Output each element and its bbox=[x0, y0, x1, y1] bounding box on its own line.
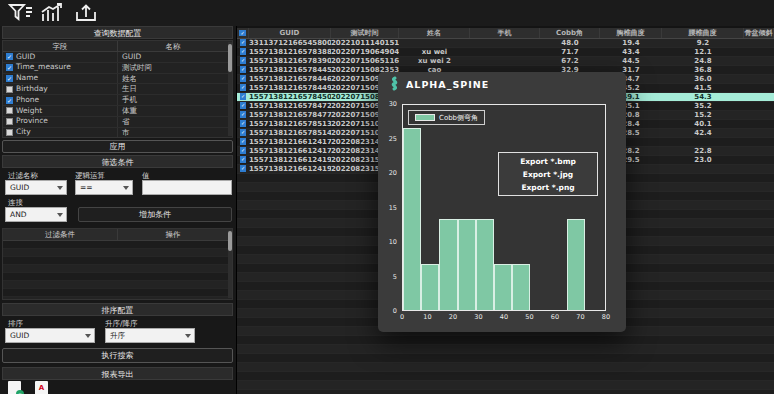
histogram-bar bbox=[439, 219, 457, 310]
guid-cell: 1557138121657845086 bbox=[249, 93, 331, 101]
field-name-label: Weight bbox=[16, 106, 42, 116]
y-tick-label: 25 bbox=[378, 135, 397, 143]
guid-cell: 1557138121661241922 bbox=[249, 156, 331, 164]
checkbox-checked-icon[interactable]: ✓ bbox=[240, 165, 247, 172]
column-header-4[interactable]: 手机 bbox=[470, 28, 540, 38]
checkbox-checked-icon[interactable]: ✓ bbox=[240, 48, 247, 55]
table-empty-row[interactable] bbox=[237, 345, 774, 354]
field-row[interactable]: Birthday生日 bbox=[3, 84, 232, 95]
field-checkbox[interactable] bbox=[6, 118, 13, 125]
x-tick-label: 50 bbox=[522, 313, 538, 321]
field-table-scrollbar[interactable] bbox=[228, 42, 232, 136]
checkbox-checked-icon[interactable]: ✓ bbox=[240, 93, 247, 100]
field-cell: ✓Time_measure bbox=[3, 63, 118, 73]
checkbox-checked-icon[interactable]: ✓ bbox=[240, 84, 247, 91]
field-row[interactable]: ✓GUIDGUID bbox=[3, 52, 232, 63]
apply-button[interactable]: 应用 bbox=[2, 140, 233, 153]
execute-search-button[interactable]: 执行搜索 bbox=[2, 348, 233, 363]
phone-cell bbox=[470, 363, 540, 371]
column-header-2[interactable]: 测试时间 bbox=[331, 28, 399, 38]
field-row[interactable]: ✓Phone手机 bbox=[3, 95, 232, 106]
sort-order-select[interactable]: 升序 bbox=[105, 328, 195, 343]
scrollbar-thumb[interactable] bbox=[228, 44, 232, 72]
alpha-spine-popup[interactable]: ALPHA_SPINE 051015202530 010203040506070… bbox=[378, 72, 626, 332]
pelvis-cell bbox=[744, 327, 774, 335]
field-label-cell: GUID bbox=[118, 52, 228, 62]
field-row[interactable]: City市 bbox=[3, 128, 232, 138]
scrollbar-thumb[interactable] bbox=[228, 231, 232, 251]
y-tick-label: 30 bbox=[378, 100, 397, 108]
checkbox-checked-icon[interactable]: ✓ bbox=[240, 75, 247, 82]
filter-value-input[interactable] bbox=[142, 180, 232, 195]
checkbox-checked-icon[interactable]: ✓ bbox=[240, 120, 247, 127]
guid-cell bbox=[249, 237, 331, 245]
column-header-6[interactable]: 胸椎曲度 bbox=[600, 28, 662, 38]
pelvis-cell bbox=[744, 210, 774, 218]
lumbar-cell bbox=[662, 228, 744, 236]
checkbox-checked-icon[interactable]: ✓ bbox=[240, 147, 247, 154]
table-empty-row[interactable] bbox=[237, 336, 774, 345]
x-tick-label: 70 bbox=[573, 313, 589, 321]
table-row[interactable]: ✓155713812165783906220220715065116xu wei… bbox=[237, 57, 774, 66]
table-empty-row[interactable] bbox=[237, 354, 774, 363]
upload-icon[interactable] bbox=[74, 3, 100, 23]
table-empty-row[interactable] bbox=[237, 381, 774, 390]
table-empty-row[interactable] bbox=[237, 363, 774, 372]
field-row[interactable]: Province省 bbox=[3, 117, 232, 128]
context-menu-item[interactable]: Export *.png bbox=[499, 181, 597, 194]
field-checkbox[interactable]: ✓ bbox=[6, 75, 13, 82]
column-header-5[interactable]: Cobb角 bbox=[540, 28, 600, 38]
context-menu-item[interactable]: Export *.jpg bbox=[499, 168, 597, 181]
filter-field-select[interactable]: GUID bbox=[5, 180, 67, 195]
column-header-1[interactable]: GUID bbox=[249, 28, 331, 38]
context-menu-item[interactable]: Export *.bmp bbox=[499, 155, 597, 168]
field-row[interactable]: ✓Name姓名 bbox=[3, 74, 232, 85]
guid-cell bbox=[249, 210, 331, 218]
field-row[interactable]: ✓Time_measure测试时间 bbox=[3, 63, 232, 74]
checkbox-checked-icon[interactable]: ✓ bbox=[240, 111, 247, 118]
table-empty-row[interactable] bbox=[237, 372, 774, 381]
field-checkbox[interactable]: ✓ bbox=[6, 53, 13, 60]
chart-plot[interactable] bbox=[402, 104, 606, 311]
connector-select[interactable]: AND bbox=[5, 207, 67, 222]
field-checkbox[interactable]: ✓ bbox=[6, 64, 13, 71]
column-header-7[interactable]: 腰椎曲度 bbox=[662, 28, 744, 38]
y-tick-label: 15 bbox=[378, 204, 397, 212]
lumbar-cell bbox=[662, 138, 744, 146]
lumbar-cell bbox=[662, 201, 744, 209]
row-checkbox-cell bbox=[237, 300, 249, 308]
field-row[interactable]: Weight体重 bbox=[3, 106, 232, 117]
checkbox-checked-icon[interactable]: ✓ bbox=[240, 39, 247, 46]
table-row[interactable]: ✓33113712166545800722022101114015148.019… bbox=[237, 39, 774, 48]
checkbox-checked-icon[interactable]: ✓ bbox=[240, 156, 247, 163]
export-section-title: 报表导出 bbox=[2, 367, 233, 380]
checkbox-checked-icon[interactable]: ✓ bbox=[240, 129, 247, 136]
field-checkbox[interactable] bbox=[6, 86, 13, 93]
field-checkbox[interactable]: ✓ bbox=[6, 97, 13, 104]
row-checkbox-cell bbox=[237, 345, 249, 353]
checkbox-checked-icon[interactable]: ✓ bbox=[240, 138, 247, 145]
field-checkbox[interactable] bbox=[6, 129, 13, 136]
column-header-8[interactable]: 骨盆倾斜 bbox=[744, 28, 774, 38]
phone-cell bbox=[470, 57, 540, 65]
column-header-3[interactable]: 姓名 bbox=[399, 28, 470, 38]
lumbar-cell: 41.5 bbox=[662, 84, 744, 92]
filter-operator-value: == bbox=[80, 183, 93, 192]
table-row[interactable]: ✓155713812165783883220220719064904xu wei… bbox=[237, 48, 774, 57]
field-checkbox[interactable] bbox=[6, 107, 13, 114]
pelvis-cell bbox=[744, 264, 774, 272]
conditions-scrollbar[interactable] bbox=[228, 230, 232, 298]
select-all-checkbox[interactable]: ✓ bbox=[237, 28, 249, 38]
lumbar-cell bbox=[662, 210, 744, 218]
field-table: 字段 名称 ✓GUIDGUID✓Time_measure测试时间✓Name姓名B… bbox=[2, 40, 233, 138]
checkbox-checked-icon[interactable]: ✓ bbox=[240, 102, 247, 109]
checkbox-checked-icon[interactable]: ✓ bbox=[240, 66, 247, 73]
statistics-chart-icon[interactable] bbox=[40, 3, 66, 23]
add-condition-button[interactable]: 增加条件 bbox=[78, 207, 232, 222]
checkbox-checked-icon[interactable]: ✓ bbox=[240, 57, 247, 64]
thoracic-cell bbox=[600, 381, 662, 389]
filter-operator-select[interactable]: == bbox=[75, 180, 133, 195]
sort-field-select[interactable]: GUID bbox=[5, 328, 95, 343]
x-tick-label: 10 bbox=[420, 313, 436, 321]
filter-icon[interactable] bbox=[8, 3, 34, 23]
